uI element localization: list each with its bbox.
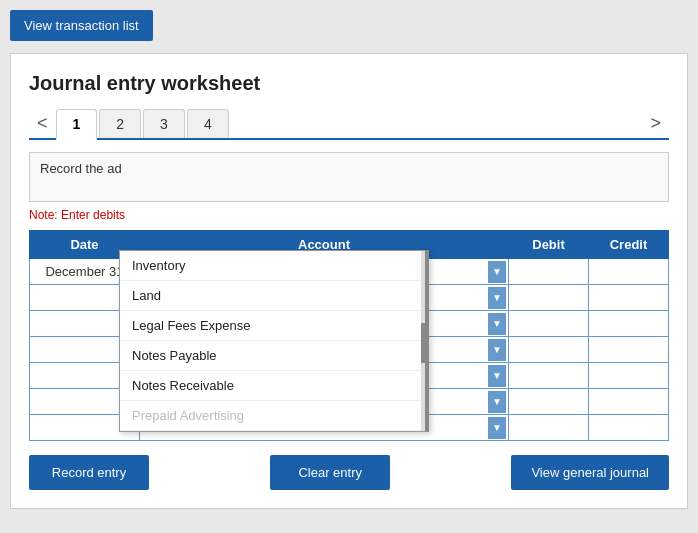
prev-tab-arrow[interactable]: <: [29, 109, 56, 138]
dropdown-arrow-6[interactable]: ▼: [488, 391, 506, 413]
dropdown-item-land[interactable]: Land: [120, 281, 425, 311]
bottom-buttons: Record entry Clear entry View general jo…: [29, 455, 669, 490]
debit-cell-6: [509, 389, 589, 415]
dropdown-item-prepaid-advertising[interactable]: Prepaid Advertising: [120, 401, 425, 431]
credit-input-6[interactable]: [591, 392, 666, 411]
view-general-journal-button[interactable]: View general journal: [511, 455, 669, 490]
credit-cell-5: [589, 363, 669, 389]
clear-entry-button[interactable]: Clear entry: [270, 455, 390, 490]
tab-2[interactable]: 2: [99, 109, 141, 138]
debit-input-5[interactable]: [511, 366, 586, 385]
tabs-row: < 1 2 3 4 >: [29, 109, 669, 140]
credit-input-2[interactable]: [591, 288, 666, 307]
debit-cell-4: [509, 337, 589, 363]
credit-input-4[interactable]: [591, 340, 666, 359]
next-tab-arrow[interactable]: >: [642, 109, 669, 138]
credit-cell-3: [589, 311, 669, 337]
debit-input-6[interactable]: [511, 392, 586, 411]
tab-1[interactable]: 1: [56, 109, 98, 140]
note-text: Record the ad: [40, 161, 122, 176]
debit-cell-2: [509, 285, 589, 311]
dropdown-arrow-1[interactable]: ▼: [488, 261, 506, 283]
dropdown-item-notes-payable[interactable]: Notes Payable: [120, 341, 425, 371]
debit-cell-7: [509, 415, 589, 441]
debit-cell-3: [509, 311, 589, 337]
dropdown-arrow-3[interactable]: ▼: [488, 313, 506, 335]
credit-input-7[interactable]: [591, 418, 666, 437]
dropdown-arrow-2[interactable]: ▼: [488, 287, 506, 309]
scrollbar-thumb: [421, 323, 425, 363]
dropdown-scrollbar: [421, 251, 425, 431]
dropdown-arrow-4[interactable]: ▼: [488, 339, 506, 361]
tab-3[interactable]: 3: [143, 109, 185, 138]
credit-cell-4: [589, 337, 669, 363]
table-wrapper: Date Account Debit Credit December 31 ► …: [29, 230, 669, 441]
record-entry-button[interactable]: Record entry: [29, 455, 149, 490]
worksheet-title: Journal entry worksheet: [29, 72, 669, 95]
debit-header: Debit: [509, 231, 589, 259]
credit-input-3[interactable]: [591, 314, 666, 333]
debit-input-4[interactable]: [511, 340, 586, 359]
dropdown-item-inventory[interactable]: Inventory: [120, 251, 425, 281]
credit-input-5[interactable]: [591, 366, 666, 385]
credit-cell-1: [589, 259, 669, 285]
credit-cell-2: [589, 285, 669, 311]
dropdown-arrow-5[interactable]: ▼: [488, 365, 506, 387]
debit-cell-5: [509, 363, 589, 389]
dropdown-item-notes-receivable[interactable]: Notes Receivable: [120, 371, 425, 401]
debit-cell-1: [509, 259, 589, 285]
credit-header: Credit: [589, 231, 669, 259]
credit-cell-7: [589, 415, 669, 441]
debit-input-2[interactable]: [511, 288, 586, 307]
tab-4[interactable]: 4: [187, 109, 229, 138]
debit-input-1[interactable]: [511, 262, 586, 281]
note-warning: Note: Enter debits: [29, 208, 669, 222]
debit-input-3[interactable]: [511, 314, 586, 333]
top-bar: View transaction list: [10, 10, 688, 41]
credit-input-1[interactable]: [591, 262, 666, 281]
credit-cell-6: [589, 389, 669, 415]
debit-input-7[interactable]: [511, 418, 586, 437]
view-transaction-button[interactable]: View transaction list: [10, 10, 153, 41]
note-area: Record the ad: [29, 152, 669, 202]
dropdown-item-legal-fees[interactable]: Legal Fees Expense: [120, 311, 425, 341]
dropdown-arrow-7[interactable]: ▼: [488, 417, 506, 439]
account-dropdown: Inventory Land Legal Fees Expense Notes …: [119, 250, 429, 432]
worksheet-container: Journal entry worksheet < 1 2 3 4 > Reco…: [10, 53, 688, 509]
